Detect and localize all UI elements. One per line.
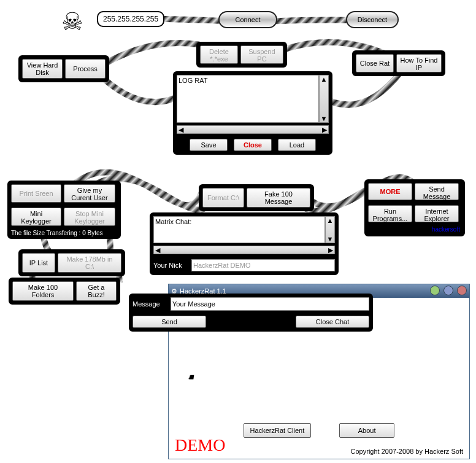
nick-input[interactable] bbox=[191, 259, 335, 271]
scroll-down-icon: ▼ bbox=[327, 235, 334, 243]
process-button[interactable]: Process bbox=[65, 59, 106, 79]
connect-button[interactable]: Connect bbox=[218, 11, 277, 28]
send-button[interactable]: Send bbox=[132, 316, 206, 328]
scroll-right-icon: ▶ bbox=[322, 126, 327, 134]
fake-100-message-button[interactable]: Fake 100 Message bbox=[247, 188, 310, 208]
close-chat-button[interactable]: Close Chat bbox=[296, 316, 369, 328]
transfer-status: The file Size Transfering : 0 Bytes bbox=[9, 228, 120, 238]
message-input[interactable] bbox=[171, 297, 369, 311]
vertical-scrollbar[interactable]: ▲▼ bbox=[325, 216, 335, 243]
scroll-up-icon: ▲ bbox=[327, 217, 334, 224]
mini-keylogger-button[interactable]: Mini Keylogger bbox=[11, 208, 61, 226]
load-button[interactable]: Load bbox=[278, 139, 316, 151]
close-window-button[interactable] bbox=[457, 286, 467, 295]
scroll-right-icon: ▶ bbox=[328, 246, 333, 254]
ip-display: 255.255.255.255 bbox=[97, 11, 164, 27]
message-label: Message bbox=[132, 300, 168, 308]
internet-explorer-button[interactable]: Internet Explorer bbox=[415, 205, 459, 222]
stop-mini-keylogger-button[interactable]: Stop Mini Keylogger bbox=[64, 208, 115, 226]
maximize-button[interactable] bbox=[443, 286, 453, 295]
delete-exe-button[interactable]: Delete *.*exe bbox=[200, 45, 238, 64]
ip-list-button[interactable]: IP List bbox=[22, 253, 55, 273]
skull-icon: ☠ bbox=[61, 7, 83, 36]
run-programs-button[interactable]: Run Programs... bbox=[368, 205, 412, 222]
svg-text:The  Bo$$: The Bo$$ bbox=[187, 373, 194, 378]
demo-label: DEMO bbox=[175, 435, 225, 455]
format-c-button[interactable]: Format C:\ bbox=[202, 188, 244, 208]
scroll-down-icon: ▼ bbox=[321, 115, 328, 122]
matrix-chat-textarea[interactable]: Matrix Chat: bbox=[153, 216, 325, 243]
horizontal-scrollbar[interactable]: ◀▶ bbox=[153, 246, 335, 254]
scroll-left-icon: ◀ bbox=[178, 126, 183, 134]
send-message-button[interactable]: Send Message bbox=[415, 183, 459, 200]
suspend-pc-button[interactable]: Suspend PC bbox=[240, 45, 283, 64]
make-178mb-button[interactable]: Make 178Mb in C:\ bbox=[58, 253, 121, 273]
close-rat-button[interactable]: Close Rat bbox=[356, 54, 394, 72]
get-a-buzz-button[interactable]: Get a Buzz! bbox=[76, 281, 117, 301]
hackersoft-link[interactable]: hackersoft bbox=[366, 225, 464, 235]
minimize-button[interactable] bbox=[430, 286, 440, 295]
make-100-folders-button[interactable]: Make 100 Folders bbox=[12, 281, 74, 301]
horizontal-scrollbar[interactable]: ◀▶ bbox=[177, 125, 329, 134]
scroll-left-icon: ◀ bbox=[155, 246, 160, 254]
save-button[interactable]: Save bbox=[190, 139, 228, 151]
print-screen-button[interactable]: Print Sreen bbox=[11, 184, 61, 203]
how-to-find-ip-button[interactable]: How To Find IP bbox=[396, 54, 442, 72]
close-log-button[interactable]: Close bbox=[234, 139, 272, 151]
about-button[interactable]: About bbox=[339, 423, 394, 438]
log-rat-textarea[interactable]: LOG RAT bbox=[177, 75, 319, 123]
copyright-label: Copyright 2007-2008 by Hackerz Soft bbox=[351, 448, 463, 455]
hackerzrat-client-button[interactable]: HackerzRat Client bbox=[244, 423, 311, 438]
vertical-scrollbar[interactable]: ▲▼ bbox=[319, 75, 329, 123]
give-current-user-button[interactable]: Give my Curent User bbox=[64, 184, 115, 203]
view-hard-disk-button[interactable]: View Hard Disk bbox=[22, 59, 63, 79]
scroll-up-icon: ▲ bbox=[321, 76, 328, 83]
disconnect-button[interactable]: Disconect bbox=[346, 11, 399, 28]
your-nick-label: Your Nick bbox=[153, 262, 189, 269]
more-button[interactable]: MORE bbox=[368, 183, 412, 200]
